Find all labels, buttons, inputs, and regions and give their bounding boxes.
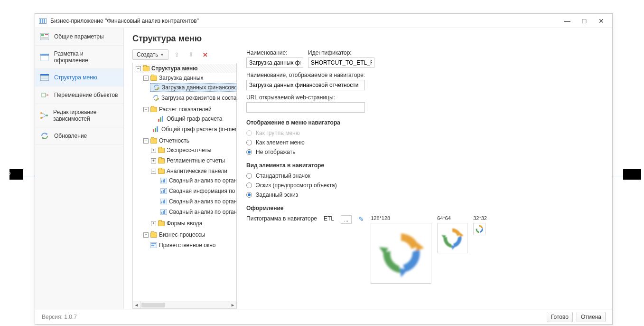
tree-item[interactable]: Приветственное окно bbox=[142, 241, 236, 249]
tree-folder[interactable]: +Бизнес-процессы bbox=[142, 230, 236, 239]
redaction-left bbox=[9, 169, 23, 180]
sidebar: Общие параметры Разметка и оформление Ст… bbox=[35, 28, 124, 309]
tree-toolbar: Создать▼ ⇧ ⇩ ✕ bbox=[132, 49, 237, 60]
id-input[interactable] bbox=[308, 58, 374, 68]
annotation-label-right-b: об ть bbox=[623, 175, 635, 181]
picto-browse-button[interactable]: ... bbox=[341, 215, 352, 224]
svg-rect-39 bbox=[151, 245, 154, 246]
tree-item[interactable]: Сводная информация по о bbox=[158, 187, 236, 195]
sidebar-item-label: Разметка и оформление bbox=[54, 50, 119, 64]
radio-std-icon[interactable]: Стандартный значок bbox=[246, 173, 604, 179]
tree-folder[interactable]: +Экспресс-отчеты bbox=[150, 146, 236, 154]
svg-rect-17 bbox=[162, 116, 163, 122]
tree-item[interactable]: Загрузка реквизитов и соста bbox=[150, 94, 236, 102]
tree-folder[interactable]: −Аналитические панели bbox=[150, 167, 236, 175]
picto-value: ETL bbox=[324, 215, 334, 222]
edit-icon[interactable]: ✎ bbox=[358, 215, 364, 223]
tree-root[interactable]: −Структура меню bbox=[135, 64, 236, 73]
svg-rect-30 bbox=[161, 201, 162, 203]
size-32-label: 32*32 bbox=[473, 215, 487, 221]
size-128-label: 128*128 bbox=[371, 215, 431, 221]
tree-folder[interactable]: −Расчет показателей bbox=[142, 105, 236, 114]
scroll-right-button[interactable]: ► bbox=[229, 301, 236, 308]
annotation-label-left: Бо bbox=[4, 170, 10, 176]
url-input[interactable] bbox=[246, 102, 365, 113]
sidebar-item-label: Структура меню bbox=[54, 74, 97, 81]
svg-point-13 bbox=[40, 117, 42, 119]
window: Бизнес-приложение "Финансовый анализ кон… bbox=[35, 13, 613, 325]
sidebar-item-label: Перемещение объектов bbox=[54, 92, 118, 98]
view-heading: Вид элемента в навигаторе bbox=[246, 162, 604, 169]
tree-item[interactable]: Общий граф расчета (in-mem bbox=[150, 125, 236, 134]
tree-folder[interactable]: −Отчетность bbox=[142, 136, 236, 145]
titlebar[interactable]: Бизнес-приложение "Финансовый анализ кон… bbox=[35, 14, 612, 28]
app-icon bbox=[39, 18, 47, 24]
tree-folder[interactable]: −Загрузка данных bbox=[142, 74, 236, 82]
ready-button[interactable]: Готово bbox=[547, 312, 573, 322]
sidebar-item-menu-structure[interactable]: Структура меню bbox=[35, 69, 123, 86]
svg-rect-10 bbox=[41, 78, 48, 79]
id-label: Идентификатор: bbox=[308, 49, 374, 56]
name-label: Наименование: bbox=[246, 49, 303, 56]
svg-rect-1 bbox=[41, 34, 44, 36]
svg-rect-23 bbox=[163, 180, 164, 182]
sidebar-item-label: Обновление bbox=[54, 133, 87, 139]
picto-label: Пиктограмма в навигаторе bbox=[246, 215, 317, 222]
cancel-button[interactable]: Отмена bbox=[577, 312, 606, 322]
design-heading: Оформление bbox=[246, 205, 604, 211]
tree-folder[interactable]: +Регламентные отчеты bbox=[150, 156, 236, 165]
delete-button[interactable]: ✕ bbox=[200, 49, 211, 60]
maximize-button[interactable]: □ bbox=[580, 17, 588, 25]
radio-custom[interactable]: Заданный эскиз bbox=[246, 192, 604, 198]
sidebar-item-dependencies[interactable]: Редактирование зависимостей bbox=[35, 104, 123, 127]
scroll-thumb[interactable] bbox=[141, 303, 165, 307]
version-label: Версия: 1.0.7 bbox=[42, 314, 77, 320]
tree-item[interactable]: Общий граф расчета bbox=[150, 115, 236, 123]
scroll-left-button[interactable]: ◄ bbox=[133, 301, 140, 308]
thumbnail-64 bbox=[437, 223, 467, 253]
svg-rect-35 bbox=[163, 211, 164, 214]
create-button[interactable]: Создать▼ bbox=[132, 49, 168, 60]
svg-rect-2 bbox=[45, 34, 48, 35]
thumbnail-128 bbox=[371, 223, 431, 284]
tree-item[interactable]: Сводный анализ по органи bbox=[158, 197, 236, 206]
tree-item[interactable]: Сводный анализ по органи bbox=[158, 176, 236, 185]
svg-rect-22 bbox=[161, 181, 162, 182]
sidebar-item-layout[interactable]: Разметка и оформление bbox=[35, 46, 123, 69]
sidebar-item-move-objects[interactable]: Перемещение объектов bbox=[35, 86, 123, 104]
tree-scrollbar[interactable]: ◄ ► bbox=[132, 301, 237, 309]
svg-rect-20 bbox=[157, 126, 158, 132]
radio-preview[interactable]: Эскиз (предпросмотр объекта) bbox=[246, 182, 604, 189]
page-title: Структура меню bbox=[132, 34, 604, 44]
svg-rect-9 bbox=[41, 77, 48, 77]
sidebar-item-general[interactable]: Общие параметры bbox=[35, 28, 123, 46]
footer: Версия: 1.0.7 Готово Отмена bbox=[35, 309, 612, 324]
radio-as-element[interactable]: Как элемент меню bbox=[246, 139, 604, 146]
size-64-label: 64*64 bbox=[437, 215, 467, 221]
tree-folder[interactable]: +Формы ввода bbox=[150, 219, 236, 228]
svg-rect-15 bbox=[158, 119, 159, 122]
tree-item[interactable]: Сводный анализ по органи bbox=[158, 208, 236, 216]
display-heading: Отображение в меню навигатора bbox=[246, 119, 604, 126]
close-button[interactable]: ✕ bbox=[597, 17, 606, 25]
svg-rect-6 bbox=[40, 54, 49, 56]
sidebar-item-label: Общие параметры bbox=[54, 33, 104, 40]
svg-rect-8 bbox=[40, 74, 49, 76]
name-input[interactable] bbox=[246, 58, 303, 68]
minimize-button[interactable]: ― bbox=[563, 17, 571, 25]
sidebar-item-update[interactable]: Обновление bbox=[35, 127, 123, 145]
radio-hide[interactable]: Не отображать bbox=[246, 149, 604, 155]
move-down-button[interactable]: ⇩ bbox=[186, 49, 197, 60]
tree-item-selected[interactable]: Загрузка данных финансово bbox=[150, 83, 236, 92]
navname-input[interactable] bbox=[246, 80, 365, 90]
move-up-button[interactable]: ⇧ bbox=[171, 49, 183, 60]
thumbnail-32 bbox=[473, 223, 485, 235]
svg-rect-19 bbox=[155, 128, 156, 132]
svg-rect-11 bbox=[42, 93, 46, 97]
svg-rect-28 bbox=[164, 189, 165, 193]
svg-rect-3 bbox=[41, 37, 48, 38]
svg-point-14 bbox=[46, 115, 48, 116]
menu-tree[interactable]: −Структура меню −Загрузка данных Загрузк… bbox=[132, 63, 237, 301]
radio-as-group: Как группа меню bbox=[246, 130, 604, 136]
navname-label: Наименование, отображаемое в навигаторе: bbox=[246, 72, 604, 78]
